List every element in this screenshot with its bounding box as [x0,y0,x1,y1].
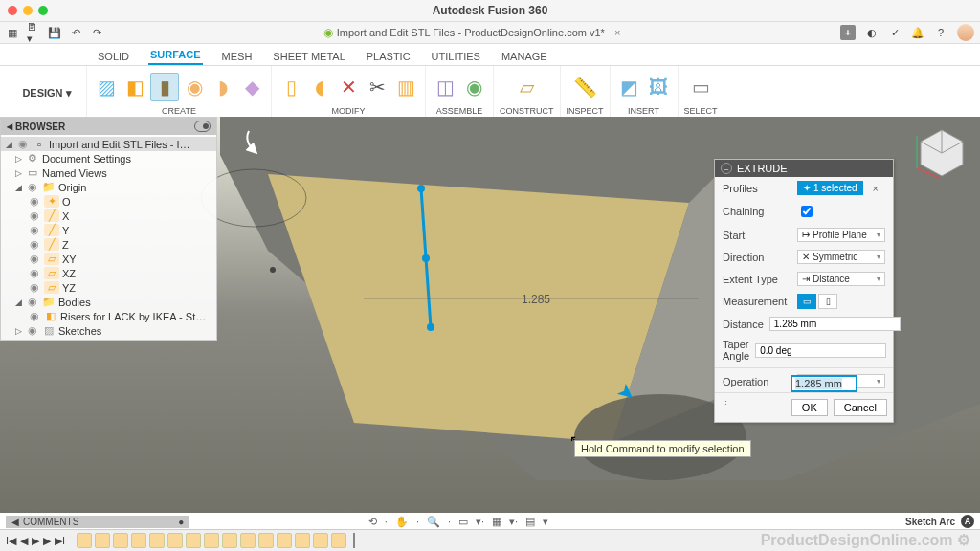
view-cube[interactable] [913,122,970,180]
browser-panel: ◀ BROWSER ◢◉▫Import and Edit STL Files -… [0,117,217,341]
measure-icon[interactable]: 📏 [571,74,598,100]
construct-plane-icon[interactable]: ▱ [513,74,540,100]
tab-surface[interactable]: SURFACE [148,46,203,65]
status-text: Sketch Arc [905,517,955,527]
start-select[interactable]: ↦ Profile Plane [797,228,885,242]
tree-bodies[interactable]: ◢◉📁Bodies [1,295,216,309]
dialog-header[interactable]: –EXTRUDE [715,160,893,177]
tree-document-settings[interactable]: ▷⚙Document Settings [1,151,216,165]
orbit-icon[interactable]: ⟲ [368,516,377,528]
tree-origin-yz[interactable]: ◉▱YZ [1,280,216,295]
document-tab[interactable]: ◉ Import and Edit STL Files - ProductDes… [323,26,621,39]
create-sketch-icon[interactable]: ▨ [93,74,120,100]
sweep-icon[interactable]: ◗ [210,74,236,100]
tooltip: Hold Command to modify selection [574,440,751,457]
fit-icon[interactable]: ▭ [458,516,468,528]
zoom-icon[interactable]: 🔍 [427,516,440,528]
dialog-options-icon[interactable]: ⋮ [721,399,731,416]
revolve-icon[interactable]: ◉ [181,74,208,100]
workspace-selector[interactable]: DESIGN ▾ [8,66,87,120]
timeline-start-icon[interactable]: I◀ [6,535,16,547]
timeline-operations [77,533,355,548]
ok-button[interactable]: OK [791,399,828,416]
grid-icon[interactable]: ▤ [525,516,535,528]
help-icon[interactable]: ? [934,26,947,39]
fusion-doc-icon: ◉ [323,26,333,39]
create-form-icon[interactable]: ◧ [122,74,148,100]
status-badge: A [961,515,974,528]
svg-point-8 [427,323,434,331]
tab-manage[interactable]: MANAGE [500,48,549,65]
stitch-icon[interactable]: ▥ [392,74,419,100]
tab-mesh[interactable]: MESH [220,48,255,65]
distance-input[interactable] [769,317,901,331]
select-icon[interactable]: ▭ [687,74,714,100]
tree-origin-y[interactable]: ◉╱Y [1,223,216,237]
navigation-toolbar: ⟲· ✋· 🔍· ▭▾· ▦▾· ▤▾ [368,516,548,528]
timeline-end-icon[interactable]: ▶I [55,535,65,547]
tab-plastic[interactable]: PLASTIC [365,48,412,65]
insert-derive-icon[interactable]: ◩ [616,74,643,100]
clear-selection-icon[interactable]: × [873,183,879,194]
display-icon[interactable]: ▦ [492,516,501,528]
extent-select[interactable]: ⇥ Distance [797,272,885,286]
user-avatar[interactable] [957,24,974,41]
tree-origin-x[interactable]: ◉╱X [1,209,216,223]
tree-body-item[interactable]: ◉◧Risers for LACK by IKEA - St… [1,309,216,323]
trim-icon[interactable]: ✕ [335,74,362,100]
ribbon-toolbar: DESIGN ▾ ▨ ◧ ▮ ◉ ◗ ◆ CREATE ▯ ◖ ✕ ✂ ▥ MO… [0,66,980,121]
press-pull-icon[interactable]: ▯ [278,74,304,100]
joint-icon[interactable]: ◉ [460,74,487,100]
close-tab-icon[interactable]: × [614,27,620,38]
tab-sheet-metal[interactable]: SHEET METAL [271,48,346,65]
chaining-checkbox[interactable] [801,206,813,217]
new-design-icon[interactable]: + [840,25,856,40]
tree-named-views[interactable]: ▷▭Named Views [1,165,216,180]
profiles-selection[interactable]: ✦ 1 selected [797,181,863,195]
tree-origin[interactable]: ◢◉📁Origin [1,180,216,194]
window-titlebar: Autodesk Fusion 360 [0,0,980,22]
extensions-icon[interactable]: ◐ [865,26,879,39]
fillet-icon[interactable]: ◖ [306,74,333,100]
job-status-icon[interactable]: ✓ [888,26,902,39]
tree-sketches[interactable]: ▷◉▨Sketches [1,323,216,338]
tree-origin-xy[interactable]: ◉▱XY [1,252,216,266]
extrude-icon[interactable]: ▮ [150,73,179,101]
timeline-back-icon[interactable]: ◀ [20,535,28,547]
cancel-button[interactable]: Cancel [834,399,887,416]
ribbon-group-inspect: 📏 INSPECT [561,66,611,120]
taper-input[interactable] [755,343,886,358]
timeline-fwd-icon[interactable]: ▶ [43,535,51,547]
svg-point-7 [422,254,430,262]
tree-origin-z[interactable]: ◉╱Z [1,237,216,252]
ribbon-group-select: ▭ SELECT [679,66,724,120]
workspace-tabs: SOLID SURFACE MESH SHEET METAL PLASTIC U… [0,44,980,66]
redo-icon[interactable]: ↷ [90,26,103,39]
scissors-icon[interactable]: ✂ [364,74,390,100]
loft-icon[interactable]: ◆ [238,74,265,100]
dialog-collapse-icon[interactable]: – [721,163,732,174]
browser-header[interactable]: ◀ BROWSER [1,118,216,135]
comments-toggle[interactable]: ◀ COMMENTS● [6,516,189,528]
tab-solid[interactable]: SOLID [96,48,131,65]
tree-origin-xz[interactable]: ◉▱XZ [1,266,216,280]
insert-canvas-icon[interactable]: 🖼 [645,74,672,100]
timeline-play-icon[interactable]: ▶ [32,535,39,547]
save-icon[interactable]: 💾 [48,26,61,39]
measurement-toggle[interactable]: ▭▯ [797,294,837,309]
timeline-marker[interactable] [353,533,355,548]
direction-select[interactable]: ✕ Symmetric [797,250,885,264]
floating-dimension-input[interactable]: 1.285 mm [791,375,858,392]
viewport[interactable]: 1.285 ➤ ↖ Hold Command to modify selecti… [0,117,980,513]
tree-origin-o[interactable]: ◉✦O [1,194,216,209]
data-panel-icon[interactable]: ▦ [6,26,19,39]
notifications-icon[interactable]: 🔔 [911,26,924,39]
undo-icon[interactable]: ↶ [69,26,82,39]
browser-toggle-icon[interactable] [194,121,211,132]
new-component-icon[interactable]: ◫ [432,74,458,100]
tab-utilities[interactable]: UTILITIES [430,48,482,65]
tree-root[interactable]: ◢◉▫Import and Edit STL Files - I… [1,137,216,151]
pan-icon[interactable]: ✋ [395,516,409,528]
timeline-op[interactable] [77,533,92,548]
file-menu-icon[interactable]: 🖹▾ [27,26,40,39]
